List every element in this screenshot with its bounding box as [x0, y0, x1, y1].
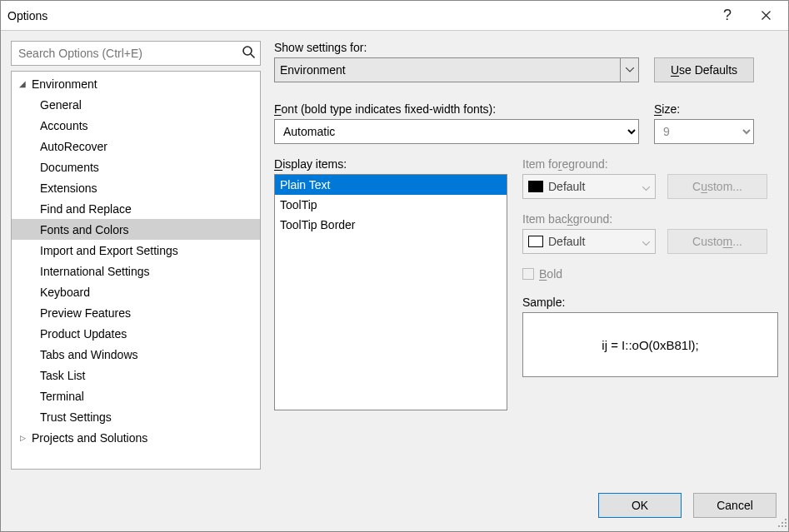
chevron-down-icon — [642, 235, 650, 248]
item-background-label: Item background: — [522, 212, 778, 226]
window-title: Options — [7, 9, 708, 22]
bold-checkbox — [522, 268, 534, 280]
tree-item-documents[interactable]: Documents — [12, 157, 260, 177]
tree-item-keyboard[interactable]: Keyboard — [12, 281, 260, 302]
help-button[interactable]: ? — [708, 1, 747, 31]
tree-item-international[interactable]: International Settings — [12, 261, 260, 281]
tree-item-preview[interactable]: Preview Features — [12, 302, 260, 323]
svg-point-4 — [785, 522, 787, 524]
tree-label: Projects and Solutions — [28, 431, 147, 445]
right-pane: Show settings for: Environment Use Defau… — [274, 41, 778, 470]
display-items-listbox[interactable]: Plain Text ToolTip ToolTip Border — [274, 174, 507, 410]
display-area: Display items: Plain Text ToolTip ToolTi… — [274, 157, 778, 410]
tree-item-product-updates[interactable]: Product Updates — [12, 323, 260, 344]
tree-label: Environment — [28, 77, 97, 91]
svg-line-1 — [251, 54, 255, 58]
sample-preview: ij = I::oO(0xB81l); — [522, 312, 778, 377]
expander-icon[interactable]: ◢ — [17, 79, 28, 88]
tree-item-terminal[interactable]: Terminal — [12, 385, 260, 406]
dialog-body: ◢ Environment General Accounts AutoRecov… — [1, 31, 788, 480]
cancel-button[interactable]: Cancel — [693, 493, 777, 518]
tree-item-trust[interactable]: Trust Settings — [12, 406, 260, 427]
font-label: Font (bold type indicates fixed-width fo… — [274, 102, 639, 116]
size-label: Size: — [654, 102, 754, 116]
tree-item-general[interactable]: General — [12, 94, 260, 115]
tree-item-extensions[interactable]: Extensions — [12, 177, 260, 198]
show-settings-for-label: Show settings for: — [274, 41, 639, 54]
list-item[interactable]: ToolTip Border — [275, 215, 507, 235]
tree-node-environment[interactable]: ◢ Environment — [12, 73, 260, 94]
color-swatch — [528, 181, 543, 192]
search-input[interactable] — [11, 41, 261, 66]
tree-item-find-replace[interactable]: Find and Replace — [12, 198, 260, 219]
custom-foreground-button: Custom... — [667, 174, 767, 199]
svg-point-3 — [782, 522, 783, 524]
left-pane: ◢ Environment General Accounts AutoRecov… — [11, 41, 261, 470]
list-item[interactable]: ToolTip — [275, 195, 507, 215]
svg-point-0 — [243, 47, 252, 55]
tree-node-projects[interactable]: ▷ Projects and Solutions — [12, 427, 260, 448]
color-swatch — [528, 236, 543, 247]
tree-item-import-export[interactable]: Import and Export Settings — [12, 240, 260, 261]
bold-label: Bold — [539, 267, 562, 281]
svg-point-2 — [785, 519, 787, 520]
display-items-label: Display items: — [274, 157, 507, 171]
item-foreground-label: Item foreground: — [522, 157, 778, 171]
svg-point-5 — [778, 525, 780, 527]
search-row — [11, 41, 261, 66]
size-select[interactable]: 9 — [654, 119, 754, 144]
font-select[interactable]: Automatic — [274, 119, 639, 144]
tree-item-tabs-windows[interactable]: Tabs and Windows — [12, 344, 260, 365]
tree-item-autorecover[interactable]: AutoRecover — [12, 136, 260, 157]
item-foreground-select[interactable]: Default — [522, 174, 656, 199]
use-defaults-button[interactable]: Use Defaults — [654, 57, 754, 82]
sample-label: Sample: — [522, 296, 778, 309]
nav-tree[interactable]: ◢ Environment General Accounts AutoRecov… — [11, 71, 261, 470]
svg-point-6 — [782, 525, 783, 527]
tree-item-fonts-colors[interactable]: Fonts and Colors — [12, 219, 260, 240]
show-settings-for-select[interactable]: Environment — [274, 57, 639, 82]
tree-item-accounts[interactable]: Accounts — [12, 115, 260, 136]
chevron-down-icon — [620, 58, 638, 82]
custom-background-button: Custom... — [667, 229, 767, 254]
item-background-select[interactable]: Default — [522, 229, 656, 254]
bold-checkbox-row: Bold — [522, 267, 778, 281]
ok-button[interactable]: OK — [598, 493, 682, 518]
titlebar: Options ? — [1, 1, 788, 31]
resize-grip-icon[interactable] — [777, 517, 787, 530]
expander-icon[interactable]: ▷ — [17, 434, 28, 442]
chevron-down-icon — [642, 180, 650, 193]
footer: OK Cancel — [1, 480, 788, 531]
search-icon[interactable] — [242, 45, 256, 62]
tree-item-task-list[interactable]: Task List — [12, 365, 260, 385]
close-button[interactable] — [747, 1, 785, 31]
svg-point-7 — [785, 525, 787, 527]
list-item[interactable]: Plain Text — [275, 175, 507, 195]
